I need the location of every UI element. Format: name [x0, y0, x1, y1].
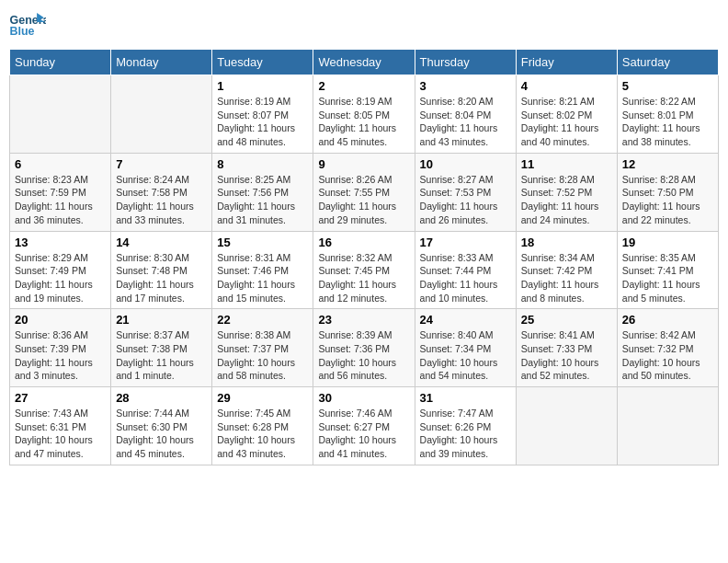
day-number: 10 [420, 157, 511, 171]
calendar-cell: 7Sunrise: 8:24 AM Sunset: 7:58 PM Daylig… [111, 153, 212, 231]
calendar-cell: 22Sunrise: 8:38 AM Sunset: 7:37 PM Dayli… [212, 309, 313, 387]
svg-text:Blue: Blue [10, 25, 35, 38]
logo-icon: General Blue [9, 9, 46, 41]
day-number: 14 [116, 236, 207, 249]
calendar-cell: 5Sunrise: 8:22 AM Sunset: 8:01 PM Daylig… [617, 75, 718, 154]
day-number: 11 [521, 157, 612, 171]
calendar-cell: 27Sunrise: 7:43 AM Sunset: 6:31 PM Dayli… [10, 387, 111, 465]
calendar-body: 1Sunrise: 8:19 AM Sunset: 8:07 PM Daylig… [10, 75, 719, 465]
weekday-monday: Monday [111, 50, 212, 75]
day-info: Sunrise: 8:40 AM Sunset: 7:34 PM Dayligh… [420, 328, 511, 383]
day-info: Sunrise: 7:43 AM Sunset: 6:31 PM Dayligh… [15, 407, 106, 461]
weekday-wednesday: Wednesday [313, 50, 415, 75]
day-info: Sunrise: 8:19 AM Sunset: 8:07 PM Dayligh… [217, 95, 308, 149]
calendar-cell: 20Sunrise: 8:36 AM Sunset: 7:39 PM Dayli… [10, 309, 111, 387]
day-number: 27 [15, 391, 106, 405]
day-info: Sunrise: 8:20 AM Sunset: 8:04 PM Dayligh… [420, 95, 511, 149]
day-info: Sunrise: 8:41 AM Sunset: 7:33 PM Dayligh… [521, 328, 612, 383]
day-info: Sunrise: 7:45 AM Sunset: 6:28 PM Dayligh… [217, 407, 308, 461]
calendar-cell [617, 387, 718, 465]
day-number: 26 [622, 313, 713, 327]
day-info: Sunrise: 8:19 AM Sunset: 8:05 PM Dayligh… [318, 95, 409, 149]
day-number: 15 [217, 236, 308, 249]
calendar-cell: 23Sunrise: 8:39 AM Sunset: 7:36 PM Dayli… [313, 309, 415, 387]
day-info: Sunrise: 8:42 AM Sunset: 7:32 PM Dayligh… [622, 328, 713, 383]
day-info: Sunrise: 8:29 AM Sunset: 7:49 PM Dayligh… [15, 251, 106, 305]
calendar-cell: 19Sunrise: 8:35 AM Sunset: 7:41 PM Dayli… [617, 231, 718, 309]
calendar-cell: 10Sunrise: 8:27 AM Sunset: 7:53 PM Dayli… [415, 153, 516, 231]
day-info: Sunrise: 7:46 AM Sunset: 6:27 PM Dayligh… [318, 407, 409, 461]
day-info: Sunrise: 8:38 AM Sunset: 7:37 PM Dayligh… [217, 328, 308, 383]
day-info: Sunrise: 8:21 AM Sunset: 8:02 PM Dayligh… [521, 95, 612, 149]
week-row-5: 27Sunrise: 7:43 AM Sunset: 6:31 PM Dayli… [10, 387, 719, 465]
weekday-thursday: Thursday [415, 50, 516, 75]
calendar-cell: 2Sunrise: 8:19 AM Sunset: 8:05 PM Daylig… [313, 75, 415, 154]
calendar-cell: 16Sunrise: 8:32 AM Sunset: 7:45 PM Dayli… [313, 231, 415, 309]
week-row-3: 13Sunrise: 8:29 AM Sunset: 7:49 PM Dayli… [10, 231, 719, 309]
day-number: 28 [116, 391, 207, 405]
calendar-cell: 29Sunrise: 7:45 AM Sunset: 6:28 PM Dayli… [212, 387, 313, 465]
day-number: 3 [420, 79, 511, 93]
page-header: General Blue [9, 9, 719, 41]
day-number: 5 [622, 79, 713, 93]
day-number: 19 [622, 236, 713, 249]
calendar-cell: 15Sunrise: 8:31 AM Sunset: 7:46 PM Dayli… [212, 231, 313, 309]
day-info: Sunrise: 8:34 AM Sunset: 7:42 PM Dayligh… [521, 251, 612, 305]
day-info: Sunrise: 8:28 AM Sunset: 7:52 PM Dayligh… [521, 173, 612, 227]
day-info: Sunrise: 8:24 AM Sunset: 7:58 PM Dayligh… [116, 173, 207, 227]
weekday-sunday: Sunday [10, 50, 111, 75]
day-number: 8 [217, 157, 308, 171]
day-number: 12 [622, 157, 713, 171]
calendar-cell: 4Sunrise: 8:21 AM Sunset: 8:02 PM Daylig… [516, 75, 617, 154]
day-number: 22 [217, 313, 308, 327]
day-number: 20 [15, 313, 106, 327]
calendar-cell: 21Sunrise: 8:37 AM Sunset: 7:38 PM Dayli… [111, 309, 212, 387]
day-number: 9 [318, 157, 409, 171]
calendar-table: SundayMondayTuesdayWednesdayThursdayFrid… [9, 49, 719, 465]
calendar-cell: 3Sunrise: 8:20 AM Sunset: 8:04 PM Daylig… [415, 75, 516, 154]
day-number: 13 [15, 236, 106, 249]
day-info: Sunrise: 8:32 AM Sunset: 7:45 PM Dayligh… [318, 251, 409, 305]
calendar-cell: 25Sunrise: 8:41 AM Sunset: 7:33 PM Dayli… [516, 309, 617, 387]
day-number: 1 [217, 79, 308, 93]
calendar-cell [10, 75, 111, 154]
calendar-cell: 18Sunrise: 8:34 AM Sunset: 7:42 PM Dayli… [516, 231, 617, 309]
day-number: 25 [521, 313, 612, 327]
week-row-4: 20Sunrise: 8:36 AM Sunset: 7:39 PM Dayli… [10, 309, 719, 387]
calendar-cell [111, 75, 212, 154]
calendar-cell: 13Sunrise: 8:29 AM Sunset: 7:49 PM Dayli… [10, 231, 111, 309]
weekday-friday: Friday [516, 50, 617, 75]
calendar-cell: 1Sunrise: 8:19 AM Sunset: 8:07 PM Daylig… [212, 75, 313, 154]
day-info: Sunrise: 8:27 AM Sunset: 7:53 PM Dayligh… [420, 173, 511, 227]
calendar-cell: 8Sunrise: 8:25 AM Sunset: 7:56 PM Daylig… [212, 153, 313, 231]
day-info: Sunrise: 8:25 AM Sunset: 7:56 PM Dayligh… [217, 173, 308, 227]
calendar-cell: 14Sunrise: 8:30 AM Sunset: 7:48 PM Dayli… [111, 231, 212, 309]
calendar-cell: 30Sunrise: 7:46 AM Sunset: 6:27 PM Dayli… [313, 387, 415, 465]
day-info: Sunrise: 8:28 AM Sunset: 7:50 PM Dayligh… [622, 173, 713, 227]
calendar-cell: 9Sunrise: 8:26 AM Sunset: 7:55 PM Daylig… [313, 153, 415, 231]
day-number: 30 [318, 391, 409, 405]
week-row-1: 1Sunrise: 8:19 AM Sunset: 8:07 PM Daylig… [10, 75, 719, 154]
day-info: Sunrise: 8:35 AM Sunset: 7:41 PM Dayligh… [622, 251, 713, 305]
weekday-saturday: Saturday [617, 50, 718, 75]
day-number: 23 [318, 313, 409, 327]
day-info: Sunrise: 8:37 AM Sunset: 7:38 PM Dayligh… [116, 328, 207, 383]
day-number: 18 [521, 236, 612, 249]
day-number: 7 [116, 157, 207, 171]
calendar-cell: 31Sunrise: 7:47 AM Sunset: 6:26 PM Dayli… [415, 387, 516, 465]
logo: General Blue [9, 9, 46, 41]
day-info: Sunrise: 8:26 AM Sunset: 7:55 PM Dayligh… [318, 173, 409, 227]
day-number: 6 [15, 157, 106, 171]
calendar-cell: 26Sunrise: 8:42 AM Sunset: 7:32 PM Dayli… [617, 309, 718, 387]
day-number: 2 [318, 79, 409, 93]
day-info: Sunrise: 7:47 AM Sunset: 6:26 PM Dayligh… [420, 407, 511, 461]
day-number: 16 [318, 236, 409, 249]
calendar-cell: 17Sunrise: 8:33 AM Sunset: 7:44 PM Dayli… [415, 231, 516, 309]
weekday-header-row: SundayMondayTuesdayWednesdayThursdayFrid… [10, 50, 719, 75]
day-number: 21 [116, 313, 207, 327]
week-row-2: 6Sunrise: 8:23 AM Sunset: 7:59 PM Daylig… [10, 153, 719, 231]
calendar-cell [516, 387, 617, 465]
day-number: 29 [217, 391, 308, 405]
day-info: Sunrise: 8:23 AM Sunset: 7:59 PM Dayligh… [15, 173, 106, 227]
day-info: Sunrise: 8:31 AM Sunset: 7:46 PM Dayligh… [217, 251, 308, 305]
